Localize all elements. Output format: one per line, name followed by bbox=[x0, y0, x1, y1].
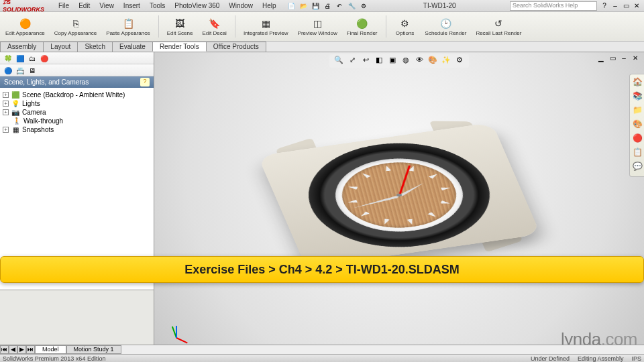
tab-first-icon[interactable]: ⏮ bbox=[0, 345, 9, 354]
render-options-button[interactable]: ⚙Options bbox=[392, 13, 419, 40]
integrated-preview-button[interactable]: ▦Integrated Preview bbox=[241, 13, 291, 40]
file-explorer-icon[interactable]: 📁 bbox=[631, 105, 643, 117]
design-library-icon[interactable]: 📚 bbox=[631, 91, 643, 103]
print-icon[interactable]: 🖨 bbox=[322, 1, 333, 11]
app-logo: 𝓓S SOLIDWORKS bbox=[0, 0, 54, 13]
assembly-tree-icon[interactable]: 🍀 bbox=[3, 54, 13, 63]
display-subtabs: 🔵 📇 🖥 bbox=[0, 64, 154, 76]
menu-tools[interactable]: Tools bbox=[145, 1, 170, 11]
tab-assembly[interactable]: Assembly bbox=[0, 42, 44, 52]
tab-office-products[interactable]: Office Products bbox=[206, 42, 266, 52]
tab-render-tools[interactable]: Render Tools bbox=[152, 42, 207, 52]
maximize-icon[interactable]: ▭ bbox=[621, 2, 631, 9]
close-icon[interactable]: ✕ bbox=[632, 2, 641, 9]
expand-icon[interactable]: + bbox=[3, 127, 9, 133]
menu-help[interactable]: Help bbox=[258, 1, 281, 11]
graphics-viewport[interactable]: 🔍 ⤢ ↩ ◧ ▣ ◍ 👁 🎨 ✨ ⚙ ▁ ▭ – ✕ bbox=[154, 52, 644, 350]
tab-evaluate[interactable]: Evaluate bbox=[112, 42, 153, 52]
tree-node-snapshots[interactable]: +▦Snapshots bbox=[1, 125, 152, 134]
edit-appearance-button[interactable]: 🟠Edit Appearance bbox=[3, 13, 48, 40]
orientation-triad[interactable] bbox=[162, 318, 189, 345]
tree-node-camera[interactable]: +📷Camera bbox=[1, 108, 152, 117]
paste-icon: 📋 bbox=[121, 17, 135, 30]
tree-node-walkthrough[interactable]: 🚶Walk-through bbox=[1, 117, 152, 125]
previous-view-icon[interactable]: ↩ bbox=[360, 56, 371, 66]
save-icon[interactable]: 💾 bbox=[310, 1, 321, 11]
menu-window[interactable]: Window bbox=[224, 1, 258, 11]
forum-icon[interactable]: 💬 bbox=[631, 162, 643, 174]
scene-list-icon[interactable]: 🖥 bbox=[27, 66, 38, 75]
view-palette-icon[interactable]: 🎨 bbox=[631, 119, 643, 131]
expand-icon[interactable]: + bbox=[3, 109, 9, 115]
hide-show-icon[interactable]: 👁 bbox=[414, 56, 425, 66]
menu-edit[interactable]: Edit bbox=[74, 1, 95, 11]
options-icon[interactable]: ⚙ bbox=[358, 1, 369, 11]
tab-motion-study[interactable]: Motion Study 1 bbox=[66, 345, 121, 354]
help-icon[interactable]: ? bbox=[600, 2, 609, 9]
final-render-button[interactable]: 🟢Final Render bbox=[344, 13, 380, 40]
preview-window-button[interactable]: ◫Preview Window bbox=[295, 13, 340, 40]
help-badge-icon[interactable]: ? bbox=[140, 78, 150, 86]
schedule-render-button[interactable]: 🕑Schedule Render bbox=[423, 13, 470, 40]
rebuild-icon[interactable]: 🔧 bbox=[346, 1, 357, 11]
tutorial-banner: Exercise Files > Ch4 > 4.2 > TI-WD1-20.S… bbox=[0, 256, 644, 283]
view-settings-icon[interactable]: ⚙ bbox=[454, 56, 465, 66]
tab-layout[interactable]: Layout bbox=[43, 42, 78, 52]
appearances-pane-icon[interactable]: 🔴 bbox=[631, 133, 643, 145]
decal-list-icon[interactable]: 📇 bbox=[15, 66, 25, 75]
custom-props-icon[interactable]: 📋 bbox=[631, 147, 643, 160]
tab-prev-icon[interactable]: ◀ bbox=[9, 345, 17, 354]
zoom-fit-icon[interactable]: 🔍 bbox=[333, 56, 344, 66]
tab-last-icon[interactable]: ⏭ bbox=[26, 345, 35, 354]
tree-node-lights[interactable]: +💡Lights bbox=[1, 99, 152, 108]
resources-icon[interactable]: 🏠 bbox=[631, 77, 643, 89]
doc-minimize-icon[interactable]: ▁ bbox=[596, 54, 606, 62]
edit-decal-button[interactable]: 🔖Edit Decal bbox=[199, 13, 229, 40]
menu-view[interactable]: View bbox=[95, 1, 119, 11]
display-manager-icon[interactable]: 🔴 bbox=[39, 54, 50, 63]
status-bar: SolidWorks Premium 2013 x64 Edition Unde… bbox=[0, 354, 644, 362]
open-icon[interactable]: 📂 bbox=[298, 1, 309, 11]
tree-node-scene[interactable]: +🟩Scene (Backdrop - Ambient White) bbox=[1, 90, 152, 99]
recall-render-button[interactable]: ↺Recall Last Render bbox=[473, 13, 524, 40]
preview-icon: ▦ bbox=[259, 17, 272, 30]
section-view-icon[interactable]: ◧ bbox=[374, 56, 384, 66]
tab-next-icon[interactable]: ▶ bbox=[17, 345, 26, 354]
menu-bar: File Edit View Insert Tools PhotoView 36… bbox=[54, 1, 280, 11]
appearance-icon[interactable]: 🔵 bbox=[3, 66, 13, 75]
search-input[interactable]: Search SolidWorks Help bbox=[510, 1, 597, 11]
doc-restore-icon[interactable]: ▭ bbox=[608, 54, 617, 62]
decal-icon: 🔖 bbox=[208, 17, 221, 30]
scene-icon: 🖼 bbox=[173, 17, 186, 30]
paste-appearance-button[interactable]: 📋Paste Appearance bbox=[103, 13, 152, 40]
gear-icon: ⚙ bbox=[398, 17, 412, 30]
expand-icon[interactable]: + bbox=[3, 92, 9, 98]
minimize-icon[interactable]: – bbox=[610, 2, 620, 9]
menu-photoview[interactable]: PhotoView 360 bbox=[170, 1, 224, 11]
apply-scene-icon[interactable]: ✨ bbox=[441, 56, 451, 66]
doc-max-icon[interactable]: – bbox=[619, 54, 629, 62]
property-manager-icon[interactable]: 🟦 bbox=[15, 54, 25, 63]
watch-model bbox=[258, 123, 541, 268]
doc-close-icon[interactable]: ✕ bbox=[631, 54, 640, 62]
edit-appearance-hud-icon[interactable]: 🎨 bbox=[427, 56, 438, 66]
new-icon[interactable]: 📄 bbox=[286, 1, 297, 11]
status-units[interactable]: IPS bbox=[631, 355, 641, 362]
edit-scene-button[interactable]: 🖼Edit Scene bbox=[164, 13, 196, 40]
tab-sketch[interactable]: Sketch bbox=[77, 42, 113, 52]
zoom-area-icon[interactable]: ⤢ bbox=[347, 56, 358, 66]
expand-icon[interactable]: + bbox=[3, 101, 9, 107]
display-style-icon[interactable]: ◍ bbox=[400, 56, 411, 66]
view-orientation-icon[interactable]: ▣ bbox=[387, 56, 398, 66]
menu-insert[interactable]: Insert bbox=[119, 1, 145, 11]
heads-up-toolbar: 🔍 ⤢ ↩ ◧ ▣ ◍ 👁 🎨 ✨ ⚙ bbox=[329, 54, 469, 68]
copy-appearance-button[interactable]: ⎘Copy Appearance bbox=[52, 13, 100, 40]
tab-model[interactable]: Model bbox=[35, 345, 66, 354]
undo-icon[interactable]: ↶ bbox=[334, 1, 345, 11]
sphere-icon: 🟠 bbox=[18, 17, 32, 30]
configuration-icon[interactable]: 🗂 bbox=[27, 54, 38, 63]
menu-file[interactable]: File bbox=[54, 1, 74, 11]
panel-tab-icons: 🍀 🟦 🗂 🔴 bbox=[0, 52, 154, 64]
document-title: TI-WD1-20 bbox=[369, 2, 510, 9]
motion-tabs: ⏮ ◀ ▶ ⏭ Model Motion Study 1 bbox=[0, 345, 644, 354]
